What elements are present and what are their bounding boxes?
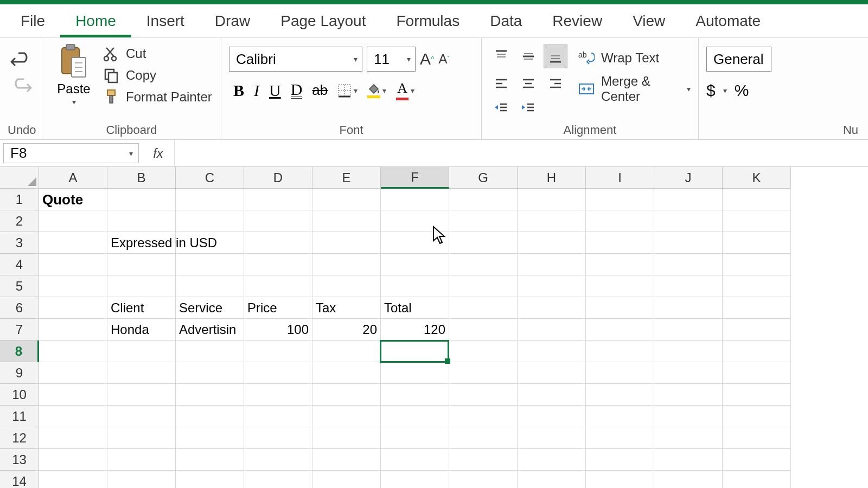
cell-B1[interactable] xyxy=(107,189,176,210)
cell-J8[interactable] xyxy=(654,341,723,362)
cell-D9[interactable] xyxy=(244,362,312,384)
row-header-9[interactable]: 9 xyxy=(0,362,39,384)
undo-button[interactable] xyxy=(10,51,32,69)
cell-J5[interactable] xyxy=(654,275,723,297)
cell-A4[interactable] xyxy=(39,254,107,275)
currency-button[interactable]: $ xyxy=(706,81,716,100)
cell-B3[interactable]: Expressed in USD xyxy=(107,232,176,254)
cell-J4[interactable] xyxy=(654,254,723,275)
cell-H14[interactable] xyxy=(518,471,586,488)
tab-view[interactable]: View xyxy=(617,5,680,37)
cell-J9[interactable] xyxy=(654,362,723,384)
cell-H5[interactable] xyxy=(518,275,586,297)
cell-I6[interactable] xyxy=(586,297,654,319)
align-right-button[interactable] xyxy=(544,72,567,95)
cell-H12[interactable] xyxy=(518,427,586,449)
cell-E3[interactable] xyxy=(312,232,381,254)
tab-file[interactable]: File xyxy=(5,5,60,37)
font-color-button[interactable]: A ▾ xyxy=(396,80,414,100)
row-header-8[interactable]: 8 xyxy=(0,341,39,362)
col-header-D[interactable]: D xyxy=(244,167,312,189)
cell-C7[interactable]: Advertisin xyxy=(176,319,244,341)
cell-F4[interactable] xyxy=(381,254,449,275)
double-underline-button[interactable]: D xyxy=(291,82,303,99)
cell-F11[interactable] xyxy=(381,406,449,427)
cell-F8[interactable] xyxy=(381,341,449,362)
cell-H1[interactable] xyxy=(518,189,586,210)
col-header-F[interactable]: F xyxy=(381,167,449,189)
name-box[interactable]: F8 ▾ xyxy=(3,143,139,163)
paste-dropdown[interactable]: ▾ xyxy=(72,98,76,106)
cell-A6[interactable] xyxy=(39,297,107,319)
cell-G2[interactable] xyxy=(449,210,518,232)
cell-G13[interactable] xyxy=(449,449,518,471)
cell-B10[interactable] xyxy=(107,384,176,406)
copy-button[interactable]: Copy xyxy=(103,67,212,84)
cell-B6[interactable]: Client xyxy=(107,297,176,319)
cell-B5[interactable] xyxy=(107,275,176,297)
bold-button[interactable]: B xyxy=(233,81,244,100)
cell-E12[interactable] xyxy=(312,427,381,449)
cell-G14[interactable] xyxy=(449,471,518,488)
cell-A12[interactable] xyxy=(39,427,107,449)
cell-A8[interactable] xyxy=(39,341,107,362)
underline-button[interactable]: U xyxy=(269,81,281,100)
row-header-14[interactable]: 14 xyxy=(0,471,39,488)
cell-D5[interactable] xyxy=(244,275,312,297)
cell-K14[interactable] xyxy=(723,471,791,488)
cell-H6[interactable] xyxy=(518,297,586,319)
cell-H4[interactable] xyxy=(518,254,586,275)
italic-button[interactable]: I xyxy=(254,81,259,100)
cell-H3[interactable] xyxy=(518,232,586,254)
cell-I10[interactable] xyxy=(586,384,654,406)
fx-icon[interactable]: fx xyxy=(142,140,175,166)
cell-F1[interactable] xyxy=(381,189,449,210)
cell-E9[interactable] xyxy=(312,362,381,384)
cell-I7[interactable] xyxy=(586,319,654,341)
cell-I8[interactable] xyxy=(586,341,654,362)
cell-C13[interactable] xyxy=(176,449,244,471)
cell-D12[interactable] xyxy=(244,427,312,449)
cell-C9[interactable] xyxy=(176,362,244,384)
cell-C1[interactable] xyxy=(176,189,244,210)
cell-I4[interactable] xyxy=(586,254,654,275)
row-header-13[interactable]: 13 xyxy=(0,449,39,471)
cell-H10[interactable] xyxy=(518,384,586,406)
cell-G12[interactable] xyxy=(449,427,518,449)
col-header-H[interactable]: H xyxy=(518,167,586,189)
cell-K3[interactable] xyxy=(723,232,791,254)
increase-indent-button[interactable] xyxy=(516,99,540,118)
percent-button[interactable]: % xyxy=(735,81,749,100)
cell-I12[interactable] xyxy=(586,427,654,449)
cell-D10[interactable] xyxy=(244,384,312,406)
cut-button[interactable]: Cut xyxy=(103,46,212,62)
align-top-button[interactable] xyxy=(489,44,513,68)
cell-K7[interactable] xyxy=(723,319,791,341)
cell-F10[interactable] xyxy=(381,384,449,406)
fill-color-button[interactable]: ▾ xyxy=(367,82,386,98)
cell-E4[interactable] xyxy=(312,254,381,275)
cell-A3[interactable] xyxy=(39,232,107,254)
align-left-button[interactable] xyxy=(489,72,513,95)
cell-B12[interactable] xyxy=(107,427,176,449)
cell-G11[interactable] xyxy=(449,406,518,427)
cell-D6[interactable]: Price xyxy=(244,297,312,319)
cell-H13[interactable] xyxy=(518,449,586,471)
cell-C14[interactable] xyxy=(176,471,244,488)
cell-E10[interactable] xyxy=(312,384,381,406)
cell-I1[interactable] xyxy=(586,189,654,210)
cell-H9[interactable] xyxy=(518,362,586,384)
cell-K11[interactable] xyxy=(723,406,791,427)
cell-I9[interactable] xyxy=(586,362,654,384)
tab-data[interactable]: Data xyxy=(475,5,537,37)
cell-E1[interactable] xyxy=(312,189,381,210)
row-header-4[interactable]: 4 xyxy=(0,254,39,275)
col-header-J[interactable]: J xyxy=(654,167,723,189)
cell-E8[interactable] xyxy=(312,341,381,362)
align-middle-button[interactable] xyxy=(516,44,540,68)
cell-G5[interactable] xyxy=(449,275,518,297)
cell-C5[interactable] xyxy=(176,275,244,297)
cell-G1[interactable] xyxy=(449,189,518,210)
cell-E13[interactable] xyxy=(312,449,381,471)
cell-I3[interactable] xyxy=(586,232,654,254)
